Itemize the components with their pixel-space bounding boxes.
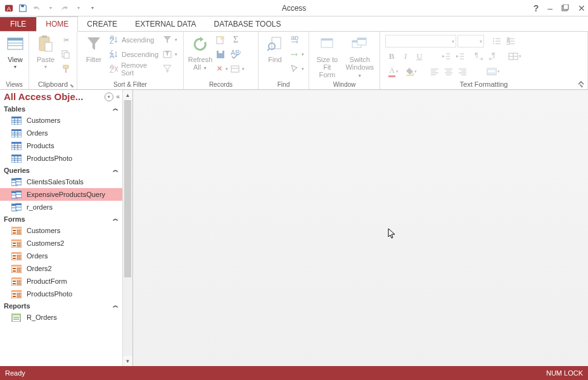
paste-button[interactable]: Paste ▼	[32, 33, 60, 70]
view-button[interactable]: View ▼	[3, 33, 28, 70]
section-collapse-icon[interactable]: ︽	[113, 166, 118, 174]
nav-item-query[interactable]: r_orders	[0, 201, 122, 213]
nav-section[interactable]: Forms︽	[0, 213, 122, 224]
italic-button[interactable]: I	[399, 50, 412, 63]
remove-sort-button[interactable]: AZRemove Sort	[108, 62, 161, 76]
minimize-icon[interactable]: –	[547, 4, 553, 13]
close-icon[interactable]: ✕	[578, 4, 585, 13]
advanced-filter-button[interactable]: ▾	[161, 48, 180, 61]
gridlines-button[interactable]: ▾	[506, 50, 523, 63]
form-icon	[11, 264, 22, 273]
scroll-thumb[interactable]	[124, 100, 131, 277]
delete-record-button[interactable]: ✕▾	[214, 62, 229, 76]
scroll-up-icon[interactable]: ▲	[123, 90, 132, 100]
svg-text:Z: Z	[110, 66, 114, 73]
nav-item-report[interactable]: R_Orders	[0, 311, 122, 324]
filter-button[interactable]: Filter	[80, 33, 108, 65]
tab-home[interactable]: HOME	[36, 16, 78, 32]
select-button[interactable]: ▾	[289, 62, 305, 76]
nav-section[interactable]: Queries︽	[0, 165, 122, 175]
nav-section[interactable]: Tables︽	[0, 103, 122, 114]
nav-item-label: Products	[27, 142, 54, 149]
group-views: View ▼ Views	[0, 32, 29, 89]
collapse-ribbon-icon[interactable]	[578, 80, 584, 87]
tab-file[interactable]: FILE	[0, 17, 36, 31]
redo-icon[interactable]	[58, 2, 71, 15]
save-record-icon	[215, 49, 226, 60]
goto-button[interactable]: ▾	[289, 48, 305, 61]
replace-button[interactable]: ab	[289, 33, 305, 47]
bullets-button[interactable]	[490, 35, 503, 48]
numbering-button[interactable]: 123	[504, 35, 517, 48]
cut-button[interactable]: ✂	[60, 33, 72, 47]
replace-icon: ab	[290, 35, 300, 45]
align-left-button[interactable]	[428, 65, 441, 78]
svg-rect-98	[11, 155, 22, 156]
nav-item-form[interactable]: Customers2	[0, 237, 122, 250]
nav-item-query[interactable]: ExpensiveProductsQuery	[0, 188, 122, 201]
totals-button[interactable]: Σ	[229, 33, 245, 47]
refresh-all-button[interactable]: Refresh All ▼	[186, 33, 214, 73]
selection-filter-button[interactable]: ▾	[161, 33, 180, 47]
help-icon[interactable]: ?	[534, 4, 539, 13]
nav-item-table[interactable]: ProductsPhoto	[0, 152, 122, 165]
nav-item-form[interactable]: Orders	[0, 250, 122, 262]
nav-menu-icon[interactable]: ▾	[105, 92, 113, 101]
nav-item-table[interactable]: Products	[0, 139, 122, 152]
copy-button[interactable]	[60, 48, 72, 61]
tab-create[interactable]: CREATE	[78, 17, 126, 31]
section-collapse-icon[interactable]: ︽	[113, 215, 118, 223]
switch-windows-button[interactable]: Switch Windows ▼	[343, 33, 377, 81]
format-painter-button[interactable]	[60, 62, 72, 76]
increase-indent-button[interactable]	[454, 50, 466, 63]
underline-button[interactable]: U	[413, 50, 426, 63]
size-to-fit-button[interactable]: Size to Fit Form	[312, 33, 343, 80]
scroll-down-icon[interactable]: ▼	[123, 356, 132, 366]
rtl-button[interactable]: ¶	[487, 50, 499, 63]
descending-button[interactable]: ZADescending	[108, 48, 161, 61]
nav-item-form[interactable]: ProductsPhoto	[0, 288, 122, 300]
toggle-filter-button[interactable]	[161, 62, 180, 76]
section-collapse-icon[interactable]: ︽	[113, 104, 118, 113]
save-icon[interactable]	[16, 2, 29, 15]
align-right-button[interactable]	[456, 65, 469, 78]
nav-item-query[interactable]: ClientsSalesTotals	[0, 175, 122, 188]
save-record-button[interactable]	[214, 48, 229, 61]
font-family-dropdown[interactable]	[385, 35, 456, 48]
nav-item-table[interactable]: Orders	[0, 127, 122, 139]
ltr-button[interactable]: ¶	[473, 50, 485, 63]
font-size-dropdown[interactable]	[457, 35, 484, 48]
nav-item-label: ProductsPhoto	[27, 290, 72, 298]
undo-dropdown-icon[interactable]: ▾	[44, 2, 57, 15]
nav-item-form[interactable]: ProductForm	[0, 275, 122, 288]
maximize-icon[interactable]	[561, 4, 569, 12]
qat-customize-icon[interactable]: ▾	[86, 2, 99, 15]
svg-rect-28	[231, 66, 239, 72]
nav-item-table[interactable]: Customers	[0, 114, 122, 127]
svg-rect-128	[11, 239, 22, 241]
nav-scrollbar[interactable]: ▲ ▼	[122, 90, 132, 366]
font-color-button[interactable]: A▾	[385, 65, 402, 78]
new-record-button[interactable]	[214, 33, 229, 47]
nav-header[interactable]: All Access Obje... ▾ «	[0, 90, 122, 103]
more-records-button[interactable]: ▾	[229, 62, 245, 76]
spelling-button[interactable]: ABC	[229, 48, 245, 61]
nav-body: Tables︽CustomersOrdersProductsProductsPh…	[0, 103, 122, 324]
nav-collapse-icon[interactable]: «	[116, 93, 120, 100]
section-collapse-icon[interactable]: ︽	[113, 301, 118, 310]
alternate-row-color-button[interactable]: ▾	[484, 65, 502, 78]
redo-dropdown-icon[interactable]: ▾	[72, 2, 85, 15]
fill-color-button[interactable]: ▾	[403, 65, 419, 78]
decrease-indent-button[interactable]	[440, 50, 452, 63]
nav-item-form[interactable]: Orders2	[0, 262, 122, 275]
svg-rect-129	[13, 243, 16, 244]
nav-item-form[interactable]: Customers	[0, 224, 122, 237]
tab-external-data[interactable]: EXTERNAL DATA	[126, 17, 205, 31]
nav-section[interactable]: Reports︽	[0, 300, 122, 311]
bold-button[interactable]: B	[385, 50, 398, 63]
find-button[interactable]: Find	[261, 33, 289, 65]
align-center-button[interactable]	[442, 65, 455, 78]
tab-database-tools[interactable]: DATABASE TOOLS	[205, 17, 290, 31]
ascending-button[interactable]: AZAscending	[108, 33, 161, 47]
undo-icon[interactable]	[30, 2, 43, 15]
